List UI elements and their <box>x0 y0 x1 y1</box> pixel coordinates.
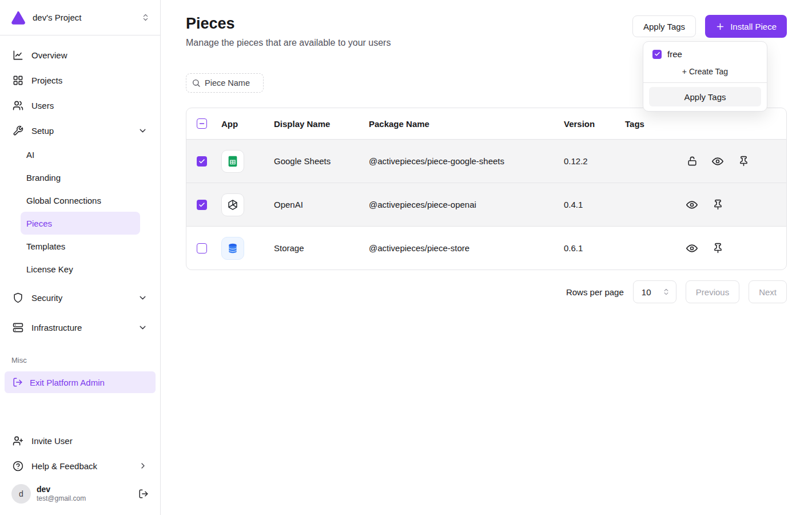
invite-user-label: Invite User <box>31 436 73 446</box>
sidebar-item-overview[interactable]: Overview <box>7 42 153 68</box>
popover-divider <box>643 82 767 83</box>
logout-icon <box>13 377 23 387</box>
column-header-tags: Tags <box>622 119 678 129</box>
piece-package-name: @activepieces/piece-openai <box>365 200 560 209</box>
sidebar-bottom: Invite User Help & Feedback d dev test@g… <box>0 428 160 515</box>
app-logo <box>10 10 26 25</box>
sidebar-item-security[interactable]: Security <box>7 285 153 310</box>
sidebar-item-label: Branding <box>26 173 61 183</box>
main-content: Pieces Manage the pieces that are availa… <box>161 0 812 515</box>
row-checkbox[interactable] <box>197 156 207 167</box>
sidebar-item-label: Templates <box>26 241 65 251</box>
pieces-table: App Display Name Package Name Version Ta… <box>186 108 787 270</box>
server-icon <box>13 322 23 333</box>
rows-per-page-value: 10 <box>642 287 651 297</box>
piece-version: 0.12.2 <box>560 156 622 166</box>
sidebar-item-templates[interactable]: Templates <box>21 235 140 258</box>
chevron-down-icon <box>138 126 148 136</box>
chevron-down-icon <box>138 323 148 332</box>
create-tag-button[interactable]: + Create Tag <box>648 62 762 82</box>
sidebar-nav: Overview Projects Users Setup AI Brandin… <box>0 35 160 340</box>
pin-icon[interactable] <box>733 151 754 172</box>
sidebar-item-infrastructure[interactable]: Infrastructure <box>7 315 153 340</box>
eye-icon[interactable] <box>682 195 702 215</box>
help-feedback-button[interactable]: Help & Feedback <box>7 453 153 478</box>
install-piece-label: Install Piece <box>730 22 777 31</box>
apply-tags-button[interactable]: Apply Tags <box>632 15 696 37</box>
google-sheets-icon[interactable] <box>221 150 244 173</box>
pin-icon[interactable] <box>707 195 728 215</box>
sidebar-item-users[interactable]: Users <box>7 93 153 118</box>
header-actions: Apply Tags Install Piece <box>632 15 787 38</box>
eye-icon[interactable] <box>707 151 728 172</box>
sidebar-item-label: Security <box>31 293 62 303</box>
help-feedback-label: Help & Feedback <box>31 461 97 471</box>
piece-display-name: Google Sheets <box>270 156 365 166</box>
exit-platform-admin-button[interactable]: Exit Platform Admin <box>5 371 156 393</box>
sidebar-item-ai[interactable]: AI <box>21 143 140 166</box>
sidebar-item-label: License Key <box>26 264 73 274</box>
tag-option-free[interactable]: free <box>648 46 762 62</box>
sidebar-item-label: Overview <box>31 50 67 60</box>
column-header-version: Version <box>560 119 622 129</box>
sidebar-item-label: Pieces <box>26 219 52 228</box>
project-selector[interactable]: dev's Project <box>0 0 160 35</box>
install-piece-button[interactable]: Install Piece <box>705 15 787 38</box>
help-circle-icon <box>13 461 23 472</box>
piece-name-search-input[interactable] <box>186 73 264 93</box>
sidebar-item-label: Projects <box>31 76 62 85</box>
piece-search <box>186 73 264 93</box>
invite-user-button[interactable]: Invite User <box>7 428 153 453</box>
chevrons-up-down-icon <box>662 288 670 296</box>
next-page-button[interactable]: Next <box>749 280 787 303</box>
pin-icon[interactable] <box>707 238 728 259</box>
rows-per-page-select[interactable]: 10 <box>633 280 676 303</box>
sidebar-item-label: AI <box>26 150 34 160</box>
wrench-icon <box>13 125 23 136</box>
table-row[interactable]: Storage @activepieces/piece-store 0.6.1 <box>186 226 786 270</box>
row-checkbox[interactable] <box>197 243 207 253</box>
table-row[interactable]: OpenAI @activepieces/piece-openai 0.4.1 <box>186 183 786 226</box>
plus-icon <box>715 22 725 31</box>
user-profile[interactable]: d dev test@gmail.com <box>7 478 153 510</box>
tag-label: free <box>667 49 682 59</box>
users-icon <box>13 100 23 111</box>
sidebar-item-license-key[interactable]: License Key <box>21 258 140 280</box>
column-header-package-name: Package Name <box>365 119 560 129</box>
chevrons-up-down-icon <box>141 13 150 22</box>
sidebar-item-pieces[interactable]: Pieces <box>21 212 140 235</box>
user-email: test@gmail.com <box>37 494 86 503</box>
sidebar-item-global-connections[interactable]: Global Connections <box>21 189 140 212</box>
sidebar-item-branding[interactable]: Branding <box>21 166 140 189</box>
chart-line-icon <box>13 50 23 61</box>
piece-version: 0.4.1 <box>560 200 622 209</box>
page-title-block: Pieces Manage the pieces that are availa… <box>186 15 391 48</box>
column-header-display-name: Display Name <box>270 119 365 129</box>
user-plus-icon <box>13 435 23 446</box>
user-info: dev test@gmail.com <box>37 485 86 504</box>
sidebar-item-label: Global Connections <box>26 196 101 205</box>
sign-out-icon[interactable] <box>138 489 149 499</box>
popover-apply-tags-button[interactable]: Apply Tags <box>649 87 761 106</box>
sidebar-item-projects[interactable]: Projects <box>7 68 153 93</box>
previous-page-button[interactable]: Previous <box>686 280 739 303</box>
table-row[interactable]: Google Sheets @activepieces/piece-google… <box>186 139 786 183</box>
sidebar-item-label: Setup <box>31 126 54 136</box>
sidebar-item-label: Infrastructure <box>31 323 82 332</box>
sidebar-item-setup[interactable]: Setup <box>7 118 153 143</box>
misc-section-label: Misc <box>0 356 160 365</box>
project-name: dev's Project <box>33 13 141 22</box>
sidebar-item-label: Users <box>31 101 54 110</box>
select-all-checkbox[interactable] <box>197 118 207 129</box>
row-checkbox[interactable] <box>197 200 207 210</box>
openai-icon[interactable] <box>221 193 244 216</box>
piece-version: 0.6.1 <box>560 243 622 253</box>
eye-icon[interactable] <box>682 238 702 259</box>
tag-checkbox[interactable] <box>652 50 662 59</box>
shield-icon <box>13 292 23 303</box>
piece-display-name: OpenAI <box>270 200 365 209</box>
grid-icon <box>13 75 23 86</box>
piece-package-name: @activepieces/piece-google-sheets <box>365 156 560 166</box>
lock-icon[interactable] <box>682 151 702 172</box>
storage-icon[interactable] <box>221 237 244 260</box>
